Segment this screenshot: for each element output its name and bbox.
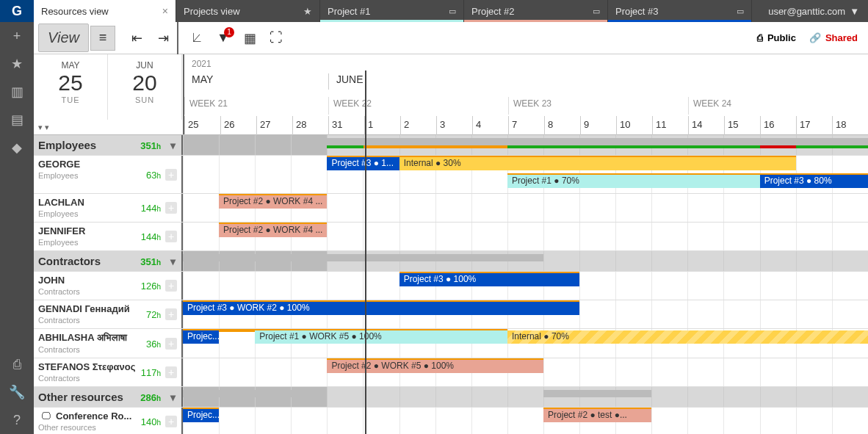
start-date[interactable]: MAY 25 TUE bbox=[34, 54, 108, 120]
end-date[interactable]: JUN 20 SUN bbox=[108, 54, 182, 120]
task-area[interactable] bbox=[183, 135, 868, 155]
day-label[interactable]: 9 bbox=[580, 116, 616, 135]
tab-project-2[interactable]: Project #2 ▭ bbox=[464, 0, 608, 22]
add-task-icon[interactable]: + bbox=[165, 202, 177, 214]
add-task-icon[interactable]: + bbox=[165, 308, 177, 320]
task-bar[interactable]: Project #2 ● WORK #5 ● 100% bbox=[327, 360, 543, 373]
group-row[interactable]: Contractors351h▾ bbox=[34, 251, 868, 272]
task-area[interactable]: Project #3 ● WORK #2 ● 100% bbox=[183, 300, 868, 328]
user-menu[interactable]: user@ganttic.com▼ bbox=[759, 0, 868, 22]
shared-button[interactable]: 🔗Shared bbox=[803, 32, 864, 43]
tab-projects[interactable]: Projects view ★ bbox=[176, 0, 320, 22]
task-area[interactable] bbox=[183, 251, 868, 271]
task-bar[interactable]: Projec... bbox=[183, 330, 219, 344]
task-bar[interactable]: Project #2 ● WORK #4 ... bbox=[219, 224, 327, 237]
day-label[interactable]: 10 bbox=[616, 116, 652, 135]
task-area[interactable]: Project #3 ● 1...Internal ● 30%Project #… bbox=[183, 156, 868, 193]
task-bar[interactable]: Project #2 ● WORK #4 ... bbox=[219, 195, 327, 209]
task-bar[interactable]: Projec... bbox=[183, 409, 219, 422]
day-label[interactable]: 7 bbox=[508, 116, 544, 135]
chevron-down-icon[interactable]: ▾ bbox=[170, 391, 176, 403]
task-area[interactable]: Project #3 ● 100% bbox=[183, 272, 868, 300]
task-bar[interactable]: Project #1 ● WORK #5 ● 100% bbox=[255, 330, 507, 344]
resource-cell[interactable]: JOHNContractors126h+ bbox=[34, 272, 183, 300]
logo[interactable]: G bbox=[0, 0, 34, 22]
task-area[interactable]: Projec...Project #1 ● WORK #5 ● 100%Inte… bbox=[183, 329, 868, 358]
resource-cell[interactable]: LACHLANEmployees144h+ bbox=[34, 194, 183, 222]
task-area[interactable]: Project #2 ● WORK #4 ... bbox=[183, 194, 868, 222]
task-bar[interactable]: Internal ● 30% bbox=[399, 157, 796, 170]
add-task-icon[interactable]: + bbox=[165, 280, 177, 292]
day-label[interactable]: 1 bbox=[364, 116, 400, 135]
day-label[interactable]: 16 bbox=[760, 116, 796, 135]
task-bar[interactable]: Project #3 ● 100% bbox=[399, 273, 580, 286]
task-bar[interactable] bbox=[327, 138, 868, 145]
task-bar[interactable]: Project #2 ● test ●... bbox=[543, 409, 651, 422]
day-label[interactable]: 14 bbox=[688, 116, 724, 135]
public-button[interactable]: ⎙Public bbox=[751, 32, 802, 43]
day-label[interactable]: 27 bbox=[256, 116, 292, 135]
add-task-icon[interactable]: + bbox=[165, 338, 177, 350]
task-area[interactable] bbox=[183, 387, 868, 407]
group-row[interactable]: Employees351h▾ bbox=[34, 135, 868, 156]
fullscreen-icon[interactable]: ⛶ bbox=[264, 26, 289, 51]
task-bar[interactable]: Project #1 ● 70% bbox=[507, 175, 760, 188]
day-label[interactable]: 17 bbox=[796, 116, 832, 135]
chevron-down-icon[interactable]: ▾ bbox=[170, 140, 176, 151]
menu-icon[interactable]: ≡ bbox=[90, 26, 115, 51]
add-task-icon[interactable]: + bbox=[165, 366, 177, 378]
day-label[interactable]: 3 bbox=[436, 116, 472, 135]
day-label[interactable]: 31 bbox=[328, 116, 364, 135]
day-label[interactable]: 26 bbox=[220, 116, 256, 135]
resource-cell[interactable]: 🖵Conference Ro...Other resources140h+ bbox=[34, 408, 183, 434]
task-bar[interactable] bbox=[399, 254, 543, 261]
add-icon[interactable]: + bbox=[0, 22, 34, 50]
task-bar[interactable]: Project #3 ● 80% bbox=[760, 175, 868, 188]
add-task-icon[interactable]: + bbox=[165, 231, 177, 242]
resource-cell[interactable]: ABHILASHA अभिलाषाContractors36h+ bbox=[34, 329, 183, 358]
resource-cell[interactable]: GEORGEEmployees63h+ bbox=[34, 156, 183, 193]
paint-icon[interactable]: ⟀ bbox=[184, 26, 209, 51]
settings-icon[interactable]: 🔧 bbox=[0, 378, 34, 406]
star-icon[interactable]: ★ bbox=[289, 6, 312, 17]
day-label[interactable]: 11 bbox=[652, 116, 688, 135]
add-task-icon[interactable]: + bbox=[165, 169, 177, 181]
group-cell[interactable]: Contractors351h▾ bbox=[34, 251, 183, 271]
day-label[interactable]: 4 bbox=[472, 116, 508, 135]
group-row[interactable]: Other resources286h▾ bbox=[34, 387, 868, 408]
resource-cell[interactable]: GENNADI ГеннадийContractors72h+ bbox=[34, 300, 183, 328]
group-cell[interactable]: Other resources286h▾ bbox=[34, 387, 183, 407]
task-area[interactable]: Project #2 ● WORK #5 ● 100% bbox=[183, 358, 868, 386]
chart-icon[interactable]: ▥ bbox=[0, 78, 34, 106]
day-label[interactable]: 15 bbox=[724, 116, 760, 135]
task-bar[interactable] bbox=[543, 390, 651, 397]
expand-icon[interactable]: ⇥ bbox=[151, 26, 176, 51]
day-label[interactable]: 8 bbox=[544, 116, 580, 135]
resource-cell[interactable]: STEFANOS ΣτεφανοςContractors117h+ bbox=[34, 358, 183, 386]
task-bar[interactable] bbox=[183, 390, 327, 397]
group-cell[interactable]: Employees351h▾ bbox=[34, 135, 183, 155]
resource-cell[interactable]: JENNIFEREmployees144h+ bbox=[34, 223, 183, 250]
help-icon[interactable]: ? bbox=[0, 406, 34, 434]
drop-icon[interactable]: ◆ bbox=[0, 134, 34, 162]
day-label[interactable]: 2 bbox=[400, 116, 436, 135]
day-label[interactable]: 28 bbox=[292, 116, 328, 135]
close-icon[interactable]: × bbox=[162, 5, 168, 17]
filter-icon[interactable]: ▼1 bbox=[211, 26, 236, 51]
star-icon[interactable]: ★ bbox=[0, 50, 34, 78]
archive-icon[interactable]: ▤ bbox=[0, 106, 34, 134]
task-bar[interactable]: Project #3 ● 1... bbox=[327, 157, 399, 170]
task-bar[interactable]: Internal ● 70% bbox=[507, 330, 868, 344]
task-bar[interactable]: Project #3 ● WORK #2 ● 100% bbox=[183, 302, 579, 315]
print-icon[interactable]: ⎙ bbox=[0, 350, 34, 378]
collapse-icon[interactable]: ⇤ bbox=[124, 26, 149, 51]
sort-filters[interactable]: ▾ ▾ bbox=[34, 120, 183, 134]
add-task-icon[interactable]: + bbox=[165, 416, 177, 427]
tab-project-3[interactable]: Project #3 ▭ bbox=[608, 0, 752, 22]
task-area[interactable]: Project #2 ● WORK #4 ... bbox=[183, 223, 868, 250]
day-label[interactable]: 25 bbox=[184, 116, 220, 135]
day-label[interactable]: 18 bbox=[832, 116, 868, 135]
view-button[interactable]: View bbox=[38, 23, 89, 52]
tab-resources[interactable]: Resources view × bbox=[34, 0, 176, 22]
task-area[interactable]: Projec...Project #2 ● test ●... bbox=[183, 408, 868, 434]
